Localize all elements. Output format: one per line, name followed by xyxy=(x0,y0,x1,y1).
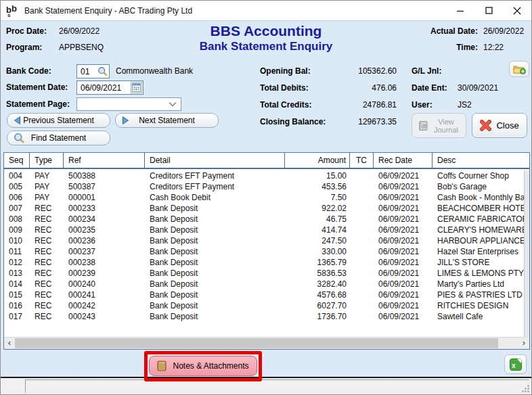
statement-page-label: Statement Page: xyxy=(6,99,70,109)
title-bar[interactable]: b b s Bank Statement Enquiry - ABC Tradi… xyxy=(1,1,531,21)
table-row[interactable]: 005 PAY 500387 Creditors EFT Payment 453… xyxy=(4,181,524,192)
cell-amount: 922.02 xyxy=(285,203,350,214)
cell-seq: 017 xyxy=(4,311,30,322)
svg-text:@: @ xyxy=(422,123,427,129)
svg-text:b: b xyxy=(12,4,17,14)
table-row[interactable]: 012 REC 000238 Bank Deposit 1365.79 06/0… xyxy=(4,257,524,268)
cell-ref: 000233 xyxy=(64,203,145,214)
statement-date-field[interactable]: 06/09/2021 xyxy=(76,80,143,95)
table-row[interactable]: 010 REC 000236 Bank Deposit 247.50 06/09… xyxy=(4,235,524,246)
cell-seq: 004 xyxy=(4,170,30,181)
cell-recdate: 06/09/2021 xyxy=(374,311,433,322)
cell-amount: 1736.70 xyxy=(285,311,350,322)
close-button[interactable]: Close xyxy=(472,113,527,138)
col-header-detail[interactable]: Detail xyxy=(145,153,285,168)
export-excel-button[interactable]: x xyxy=(504,354,527,374)
statement-page-select[interactable] xyxy=(76,97,181,111)
time-label: Time: xyxy=(418,43,478,52)
cell-seq: 009 xyxy=(4,225,30,235)
svg-text:x: x xyxy=(512,361,516,369)
cell-detail: Bank Deposit xyxy=(145,268,285,279)
calendar-icon[interactable] xyxy=(131,82,142,93)
previous-statement-label: Previous Statement xyxy=(23,116,94,125)
cell-desc: PIES & PASTRIES LTD xyxy=(433,289,524,300)
cell-detail: Creditors EFT Payment xyxy=(145,181,285,192)
table-row[interactable]: 015 REC 000241 Bank Deposit 4576.68 06/0… xyxy=(4,289,524,300)
cell-type: REC xyxy=(30,257,64,268)
next-statement-button[interactable]: Next Statement xyxy=(115,113,219,128)
vertical-scrollbar[interactable] xyxy=(524,170,529,337)
table-row[interactable]: 006 PAY 000001 Cash Book Debit 7.50 06/0… xyxy=(4,192,524,203)
col-header-amount[interactable]: Amount xyxy=(285,153,350,168)
col-header-type[interactable]: Type xyxy=(30,153,64,168)
cell-detail: Bank Deposit xyxy=(145,300,285,311)
cell-recdate: 06/09/2021 xyxy=(374,181,433,192)
table-row[interactable]: 016 REC 000242 Bank Deposit 6027.70 06/0… xyxy=(4,300,524,311)
cell-recdate: 06/09/2021 xyxy=(374,289,433,300)
cell-recdate: 06/09/2021 xyxy=(374,203,433,214)
table-row[interactable]: 007 REC 000233 Bank Deposit 922.02 06/09… xyxy=(4,203,524,214)
cell-seq: 014 xyxy=(4,279,30,289)
chevron-down-icon xyxy=(169,101,177,107)
cell-ref: 000237 xyxy=(64,246,145,257)
notes-attachments-button[interactable]: Notes & Attachments xyxy=(149,356,257,376)
table-row[interactable]: 008 REC 000234 Bank Deposit 46.75 06/09/… xyxy=(4,214,524,225)
col-header-desc[interactable]: Desc xyxy=(433,153,524,168)
cell-desc: BEACHCOMBER HOTEL xyxy=(433,203,524,214)
close-window-button[interactable] xyxy=(503,1,531,20)
table-row[interactable]: 013 REC 000239 Bank Deposit 5836.53 06/0… xyxy=(4,268,524,279)
status-bar xyxy=(1,377,531,394)
cell-amount: 15.00 xyxy=(285,170,350,181)
resize-grip[interactable] xyxy=(520,384,530,393)
scroll-left-arrow-icon[interactable]: ‹ xyxy=(4,338,15,349)
bank-code-field[interactable]: 01 xyxy=(76,64,110,78)
find-statement-button[interactable]: Find Statement xyxy=(7,131,110,145)
cell-type: REC xyxy=(30,225,64,235)
cell-detail: Bank Deposit xyxy=(145,289,285,300)
cell-seq: 016 xyxy=(4,300,30,311)
previous-statement-button[interactable]: Previous Statement xyxy=(7,113,110,128)
gl-journal-attach-button[interactable] xyxy=(509,61,529,77)
col-header-seq[interactable]: Seq xyxy=(4,153,30,168)
gl-jnl-label: G/L Jnl: xyxy=(412,66,441,76)
cell-recdate: 06/09/2021 xyxy=(374,192,433,203)
table-row[interactable]: 004 PAY 500388 Creditors EFT Payment 15.… xyxy=(4,170,524,181)
horizontal-scrollbar[interactable]: ‹ › xyxy=(4,337,529,349)
table-row[interactable]: 009 REC 000235 Bank Deposit 414.74 06/09… xyxy=(4,225,524,235)
col-header-ref[interactable]: Ref xyxy=(64,153,145,168)
cell-desc: CLEARY'S HOMEWARES xyxy=(433,225,524,235)
cell-detail: Bank Deposit xyxy=(145,257,285,268)
horizontal-scrollbar-thumb[interactable] xyxy=(15,338,498,348)
cell-ref: 000242 xyxy=(64,300,145,311)
total-credits-label: Total Credits: xyxy=(260,100,311,110)
cell-seq: 006 xyxy=(4,192,30,203)
maximize-button[interactable] xyxy=(474,1,503,20)
col-header-recdate[interactable]: Rec Date xyxy=(374,153,433,168)
minimize-button[interactable] xyxy=(446,1,474,20)
cell-desc: CERAMIC FABRICATORS xyxy=(433,214,524,225)
bank-code-lookup-icon[interactable] xyxy=(97,66,108,76)
cell-ref: 000234 xyxy=(64,214,145,225)
cell-desc: HARBOUR APPLIANCES xyxy=(433,235,524,246)
notes-attachments-label: Notes & Attachments xyxy=(173,361,248,371)
cell-seq: 005 xyxy=(4,181,30,192)
table-row[interactable]: 017 REC 000243 Bank Deposit 1736.70 06/0… xyxy=(4,311,524,322)
cell-amount: 453.56 xyxy=(285,181,350,192)
table-row[interactable]: 014 REC 000240 Bank Deposit 3282.40 06/0… xyxy=(4,279,524,289)
journal-icon: @ xyxy=(418,120,428,131)
cell-tc xyxy=(350,214,374,225)
scroll-right-arrow-icon[interactable]: › xyxy=(518,338,529,349)
cell-recdate: 06/09/2021 xyxy=(374,235,433,246)
app-icon[interactable]: b b s xyxy=(5,4,20,18)
cell-type: REC xyxy=(30,279,64,289)
table-row[interactable]: 011 REC 000237 Bank Deposit 330.00 06/09… xyxy=(4,246,524,257)
col-header-tc[interactable]: TC xyxy=(350,153,374,168)
cell-ref: 000243 xyxy=(64,311,145,322)
cell-tc xyxy=(350,170,374,181)
cell-recdate: 06/09/2021 xyxy=(374,246,433,257)
cell-ref: 000235 xyxy=(64,225,145,235)
search-icon xyxy=(14,133,24,143)
view-journal-button[interactable]: @ View Journal xyxy=(412,113,466,138)
cell-tc xyxy=(350,225,374,235)
cell-type: REC xyxy=(30,300,64,311)
